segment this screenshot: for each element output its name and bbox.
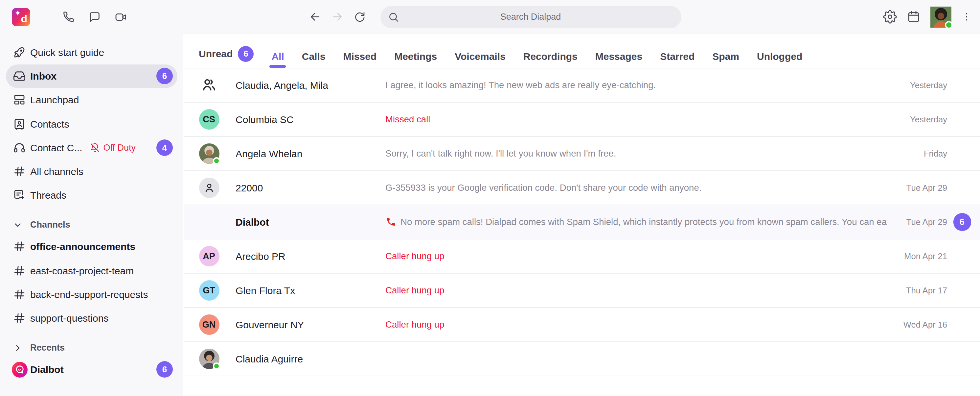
chat-icon[interactable] (88, 11, 101, 24)
sidebar-item-label: back-end-support-requests (30, 289, 148, 300)
conversation-name: Dialbot (235, 216, 385, 227)
sidebar-item-label: Inbox (30, 71, 57, 82)
launchpad-icon (13, 93, 26, 107)
conversation-avatar (199, 211, 219, 232)
conversation-meta: Thu Apr 17 (906, 281, 971, 299)
badge-slot (953, 350, 971, 367)
conversation-row[interactable]: Claudia, Angela, MilaI agree, it looks a… (184, 68, 980, 102)
back-icon[interactable] (309, 11, 321, 23)
tab-starred[interactable]: Starred (660, 50, 695, 62)
hash-icon (13, 311, 26, 325)
search-input[interactable] (380, 6, 681, 28)
tab-calls[interactable]: Calls (302, 50, 326, 62)
sidebar-item-back-end-support-requests[interactable]: back-end-support-requests (6, 282, 177, 306)
initials-avatar: GT (199, 280, 219, 300)
tab-missed[interactable]: Missed (343, 50, 377, 62)
conversation-row[interactable]: GNGouverneur NYCaller hung upWed Apr 16 (184, 308, 980, 342)
hash-icon (13, 287, 26, 301)
dialpad-logo[interactable]: ✦ d (12, 8, 30, 26)
sidebar-item-all-channels[interactable]: All channels (6, 160, 177, 183)
bell-off-icon (90, 143, 100, 153)
conversation-row[interactable]: GTGlen Flora TxCaller hung upThu Apr 17 (184, 273, 980, 308)
conversation-meta: Tue Apr 296 (907, 213, 971, 231)
sidebar-item-label: All channels (30, 166, 83, 177)
unread-count-badge: 6 (156, 361, 173, 378)
tab-meetings[interactable]: Meetings (394, 50, 437, 62)
unread-count-badge: 6 (156, 68, 173, 85)
preview-text: No more spam calls! Dialpad comes with S… (401, 217, 887, 227)
tab-label: Voicemails (455, 50, 506, 62)
conversation-timestamp: Wed Apr 16 (904, 319, 947, 329)
hash-icon (13, 164, 26, 178)
conversation-timestamp: Thu Apr 17 (906, 285, 947, 295)
sidebar-item-label: support-questions (30, 313, 109, 324)
sidebar-item-contact-c[interactable]: Contact C...Off Duty4 (6, 136, 177, 160)
conversation-preview: G-355933 is your Google verification cod… (385, 182, 893, 192)
group-icon (200, 76, 218, 93)
sidebar-item-contacts[interactable]: Contacts (6, 112, 177, 136)
conversation-avatar: CS (199, 109, 219, 129)
section-label: Channels (30, 220, 70, 230)
tab-unread[interactable]: Unread6 (199, 46, 254, 62)
conversation-meta (947, 350, 971, 367)
contacts-icon (13, 117, 26, 131)
conversation-name: 22000 (235, 182, 385, 193)
conversation-timestamp: Friday (924, 148, 947, 158)
sidebar-section-recents[interactable]: Recents (6, 338, 177, 358)
conversation-row[interactable]: CSColumbia SCMissed callYesterday (184, 102, 980, 136)
preview-text: I agree, it looks amazing! The new web a… (385, 80, 656, 90)
gear-icon[interactable] (883, 10, 897, 24)
conversation-meta: Wed Apr 16 (904, 315, 971, 333)
conversation-preview: Caller hung up (385, 251, 891, 261)
preview-text: Caller hung up (385, 319, 444, 329)
tab-all[interactable]: All (271, 50, 284, 62)
initials-avatar: GN (199, 314, 219, 334)
tab-voicemails[interactable]: Voicemails (455, 50, 506, 62)
sidebar-item-launchpad[interactable]: Launchpad (6, 88, 177, 112)
preview-text: G-355933 is your Google verification cod… (385, 182, 702, 192)
sidebar-item-label: office-announcements (30, 241, 135, 252)
sidebar-item-office-announcements[interactable]: office-announcements (6, 235, 177, 259)
conversation-preview: I agree, it looks amazing! The new web a… (385, 80, 897, 90)
tab-label: Unread (199, 48, 232, 59)
tab-messages[interactable]: Messages (595, 50, 642, 62)
history-nav (309, 0, 366, 34)
sidebar-item-inbox[interactable]: Inbox6 (6, 64, 177, 88)
tab-spam[interactable]: Spam (712, 50, 739, 62)
conversation-avatar (199, 177, 219, 198)
forward-icon[interactable] (331, 11, 344, 23)
sidebar-item-support-questions[interactable]: support-questions (6, 306, 177, 330)
conversation-row[interactable]: Angela WhelanSorry, I can't talk right n… (184, 136, 980, 171)
sidebar-item-dialbot[interactable]: Dialbot6 (6, 358, 177, 381)
sidebar-item-threads[interactable]: Threads (6, 183, 177, 207)
conversation-preview: Missed call (385, 114, 897, 124)
badge-slot: 6 (953, 213, 971, 231)
conversation-meta: Yesterday (910, 76, 971, 94)
phone-icon[interactable] (62, 11, 75, 24)
conversation-row[interactable]: APArecibo PRCaller hung upMon Apr 21 (184, 239, 980, 273)
kebab-menu-icon[interactable] (961, 10, 972, 24)
tab-recordings[interactable]: Recordings (523, 50, 578, 62)
tab-label: Starred (660, 50, 695, 62)
sidebar-item-east-coast-project-team[interactable]: east-coast-project-team (6, 259, 177, 282)
topbar-right (883, 0, 972, 34)
conversation-row[interactable]: DialbotNo more spam calls! Dialpad comes… (184, 205, 980, 239)
tab-unlogged[interactable]: Unlogged (757, 50, 802, 62)
conversation-row[interactable]: Claudia Aguirre (184, 342, 980, 376)
conversation-list: Claudia, Angela, MilaI agree, it looks a… (184, 68, 980, 376)
calendar-icon[interactable] (907, 10, 920, 24)
dialbot-avatar (12, 361, 28, 377)
conversation-timestamp: Mon Apr 21 (904, 251, 947, 261)
conversation-preview: Sorry, I can't talk right now. I'll let … (385, 148, 911, 158)
conversation-timestamp: Tue Apr 29 (907, 182, 947, 192)
badge-slot (953, 76, 971, 94)
user-avatar[interactable] (930, 6, 951, 28)
conversation-row[interactable]: 22000G-355933 is your Google verificatio… (184, 171, 980, 205)
sidebar-item-quick-start-guide[interactable]: Quick start guide (6, 40, 177, 64)
conversation-timestamp: Yesterday (910, 114, 947, 124)
refresh-icon[interactable] (353, 11, 366, 23)
sidebar-section-channels[interactable]: Channels (6, 215, 177, 235)
inbox-main: Unread6AllCallsMissedMeetingsVoicemailsR… (184, 34, 980, 396)
sidebar-item-label: Quick start guide (30, 47, 104, 58)
video-icon[interactable] (115, 11, 127, 24)
